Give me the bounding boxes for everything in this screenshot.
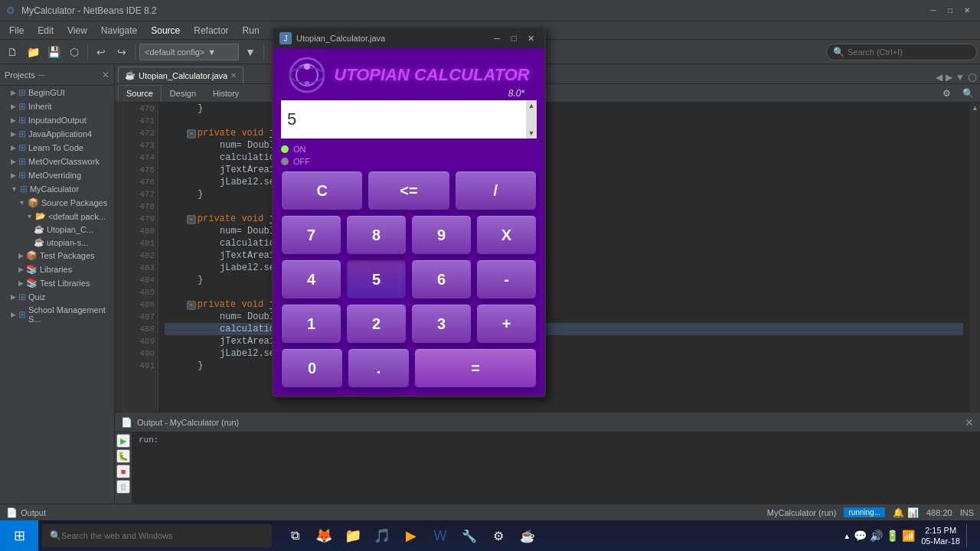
minimize-button[interactable]: ─	[926, 4, 940, 18]
show-desktop-btn[interactable]	[966, 524, 972, 547]
btn-2[interactable]: 2	[346, 304, 407, 344]
tab-nav-left[interactable]: ◀	[936, 72, 942, 83]
calc-scrollbar[interactable]: ▲ ▼	[526, 100, 537, 139]
sidebar-item-learncode[interactable]: ▶ ⊞ Learn To Code	[0, 141, 114, 155]
btn-subtract[interactable]: -	[476, 259, 537, 299]
fold-marker-486[interactable]: -	[187, 301, 196, 310]
sidebar-item-inputoutput[interactable]: ▶ ⊞ InputandOutput	[0, 113, 114, 127]
media-icon[interactable]: 🎵	[371, 524, 394, 547]
systray-sound[interactable]: 🔊	[870, 530, 883, 542]
btn-add[interactable]: +	[476, 304, 537, 344]
redo-btn[interactable]: ↪	[113, 43, 131, 61]
systray-network[interactable]: 📶	[902, 530, 915, 542]
menu-view[interactable]: View	[61, 24, 93, 37]
editor-tool-2[interactable]: 🔍	[959, 84, 977, 103]
sidebar-item-utopiancalc[interactable]: ☕ Utopian_C...	[0, 223, 114, 236]
calc-close-btn[interactable]: ✕	[523, 31, 538, 45]
menu-run[interactable]: Run	[237, 24, 266, 37]
btn-clear[interactable]: C	[281, 171, 363, 210]
close-button[interactable]: ✕	[960, 4, 974, 18]
btn-8[interactable]: 8	[346, 215, 407, 255]
btn-4[interactable]: 4	[281, 259, 341, 299]
calc-minimize-btn[interactable]: ─	[489, 31, 505, 45]
btn-9[interactable]: 9	[411, 215, 472, 255]
search-input[interactable]	[848, 47, 970, 57]
vlc-icon[interactable]: ▶	[400, 524, 423, 547]
java-taskbar-icon[interactable]: ☕	[516, 524, 539, 547]
sidebar-item-metover[interactable]: ▶ ⊞ MetOverClasswork	[0, 155, 114, 168]
debug-output-btn[interactable]: 🐛	[116, 449, 130, 463]
btn-6[interactable]: 6	[411, 259, 472, 299]
tab-utopian-calculator[interactable]: ☕ Utopian_Calculator.java ✕	[118, 67, 243, 83]
tab-design[interactable]: Design	[162, 85, 204, 102]
sidebar-item-begingui[interactable]: ▶ ⊞ BeginGUI	[0, 86, 114, 99]
sidebar-minimize-btn[interactable]: ─	[38, 70, 45, 80]
menu-file[interactable]: File	[3, 24, 30, 37]
explorer-icon[interactable]: 📁	[341, 524, 364, 547]
sidebar-close-btn[interactable]: ✕	[102, 70, 109, 80]
word-icon[interactable]: W	[429, 524, 452, 547]
maximize-button[interactable]: □	[943, 4, 957, 18]
maximize-editor-btn[interactable]: ⬡	[968, 71, 977, 83]
scroll-down-arrow[interactable]: ▼	[527, 128, 537, 139]
open-btn[interactable]: 📁	[24, 43, 42, 61]
menu-source[interactable]: Source	[145, 24, 186, 37]
search-bar[interactable]: 🔍	[826, 44, 977, 60]
systray-battery[interactable]: 🔋	[886, 530, 899, 542]
sidebar-item-testpkgs[interactable]: ▶ 📦 Test Packages	[0, 249, 114, 262]
btn-5[interactable]: 5	[346, 259, 407, 299]
sidebar-item-mycalculator[interactable]: ▼ ⊞ MyCalculator	[0, 182, 114, 196]
sidebar-item-libraries[interactable]: ▶ 📚 Libraries	[0, 262, 114, 276]
tab-list-btn[interactable]: ▼	[956, 72, 965, 83]
sidebar-item-javaapp4[interactable]: ▶ ⊞ JavaApplication4	[0, 127, 114, 141]
tab-history[interactable]: History	[204, 85, 247, 102]
sidebar-item-defaultpack[interactable]: ▼ 📂 <default pack...	[0, 210, 114, 223]
vertical-scrollbar[interactable]: ▲	[969, 103, 980, 412]
config-btn[interactable]: ▼	[241, 43, 260, 61]
taskbar-search[interactable]: 🔍	[42, 524, 272, 547]
taskview-btn[interactable]: ⧉	[283, 524, 306, 547]
btn-equals[interactable]: =	[414, 348, 537, 388]
sidebar-item-sourcepkgs[interactable]: ▼ 📦 Source Packages	[0, 196, 114, 210]
undo-btn[interactable]: ↩	[92, 43, 110, 61]
firefox-icon[interactable]: 🦊	[312, 524, 335, 547]
save-btn[interactable]: 💾	[44, 43, 63, 61]
tab-close-btn[interactable]: ✕	[230, 71, 237, 80]
tool-icon[interactable]: 🔧	[458, 524, 481, 547]
run-output-btn[interactable]: ▶	[116, 434, 130, 448]
scroll-up-btn[interactable]: ▲	[972, 104, 978, 112]
systray-arrow[interactable]: ▲	[843, 532, 851, 540]
stop-output-btn[interactable]: ■	[116, 465, 130, 478]
btn-0[interactable]: 0	[281, 348, 343, 388]
btn-7[interactable]: 7	[281, 215, 341, 255]
sidebar-item-quiz[interactable]: ▶ ⊞ Quiz	[0, 290, 114, 304]
editor-tool-1[interactable]: ⚙	[937, 84, 956, 103]
config-dropdown[interactable]: <default config> ▼	[139, 44, 239, 60]
start-button[interactable]: ⊞	[0, 520, 38, 551]
fold-marker-479[interactable]: -	[187, 215, 196, 224]
btn-decimal[interactable]: .	[348, 348, 410, 388]
systray-notification[interactable]: 💬	[854, 530, 867, 542]
tab-nav-right[interactable]: ▶	[946, 72, 952, 83]
calc-display-input[interactable]	[281, 100, 537, 139]
sidebar-item-testlibs[interactable]: ▶ 📚 Test Libraries	[0, 276, 114, 290]
extra-icon[interactable]: ⚙	[487, 524, 510, 547]
calc-maximize-btn[interactable]: □	[506, 31, 521, 45]
taskbar-search-input[interactable]	[61, 531, 214, 540]
new-project-btn[interactable]: 🗋	[3, 43, 21, 61]
btn-divide[interactable]: /	[455, 171, 537, 210]
btn-multiply[interactable]: X	[476, 215, 537, 255]
output-close-btn[interactable]: ✕	[965, 416, 974, 429]
menu-navigate[interactable]: Navigate	[95, 24, 143, 37]
sidebar-item-metoverriding[interactable]: ▶ ⊞ MetOverriding	[0, 168, 114, 182]
btn-1[interactable]: 1	[281, 304, 341, 344]
fold-marker-472[interactable]: -	[187, 129, 196, 139]
btn-3[interactable]: 3	[411, 304, 472, 344]
taskbar-clock[interactable]: 2:15 PM 05-Mar-18	[921, 525, 960, 547]
scroll-up-arrow[interactable]: ▲	[527, 100, 537, 111]
btn-backspace[interactable]: <=	[368, 171, 449, 210]
sidebar-item-inherit[interactable]: ▶ ⊞ Inherit	[0, 99, 114, 113]
menu-edit[interactable]: Edit	[31, 24, 60, 37]
clear-output-btn[interactable]: 🗑	[116, 480, 130, 494]
sidebar-item-utopians[interactable]: ☕ utopian-s...	[0, 236, 114, 249]
